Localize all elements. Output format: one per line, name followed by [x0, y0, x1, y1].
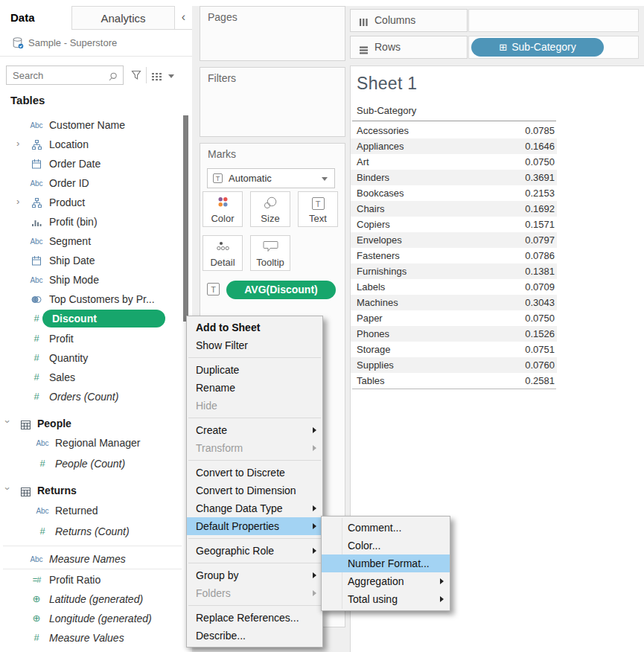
- menu-item-show-filter[interactable]: Show Filter: [187, 336, 322, 354]
- submenu-item-color[interactable]: Color...: [322, 537, 450, 554]
- field-product[interactable]: › Product: [0, 193, 183, 212]
- tab-analytics[interactable]: Analytics: [71, 6, 175, 30]
- row-value[interactable]: 0.2581: [525, 373, 555, 389]
- field-ship-mode[interactable]: Abc Ship Mode: [0, 270, 183, 290]
- field-returned[interactable]: Abc Returned: [0, 501, 183, 520]
- menu-item-add-to-sheet[interactable]: Add to Sheet: [187, 319, 322, 336]
- row-label[interactable]: Envelopes: [357, 232, 402, 248]
- table-row[interactable]: Machines0.3043: [351, 295, 557, 310]
- menu-item-default-properties[interactable]: Default Properties: [187, 517, 322, 535]
- pages-shelf[interactable]: Pages: [200, 6, 345, 61]
- encoding-pill-avg-discount[interactable]: AVG(Discount): [226, 281, 336, 299]
- field-regional-manager[interactable]: Abc Regional Manager: [0, 433, 183, 453]
- submenu-item-total-using[interactable]: Total using: [322, 590, 450, 608]
- collapse-pane-button[interactable]: ‹: [175, 6, 192, 30]
- row-label[interactable]: Copiers: [357, 217, 390, 232]
- data-pane-scrollbar[interactable]: [183, 115, 188, 322]
- row-label[interactable]: Binders: [357, 170, 389, 185]
- menu-item-replace-references[interactable]: Replace References...: [187, 609, 322, 627]
- menu-item-change-data-type[interactable]: Change Data Type: [187, 499, 322, 517]
- row-value[interactable]: 0.0786: [525, 248, 555, 263]
- field-profit-ratio[interactable]: =# Profit Ratio: [0, 570, 183, 589]
- table-group-returns[interactable]: › Returns: [0, 481, 183, 500]
- column-header-sub-category[interactable]: Sub-Category: [357, 105, 416, 116]
- row-label[interactable]: Phones: [357, 326, 389, 342]
- row-value[interactable]: 0.1571: [525, 217, 555, 232]
- row-value[interactable]: 0.1692: [525, 201, 555, 217]
- table-row[interactable]: Tables0.2581: [351, 373, 557, 389]
- field-sales[interactable]: # Sales: [0, 368, 183, 387]
- field-longitude-generated[interactable]: ⊕ Longitude (generated): [0, 609, 183, 628]
- field-location[interactable]: › Location: [0, 135, 183, 154]
- field-order-date[interactable]: Order Date: [0, 154, 183, 173]
- menu-item-describe[interactable]: Describe...: [187, 627, 322, 645]
- table-row[interactable]: Labels0.0709: [351, 279, 557, 295]
- rows-shelf[interactable]: Rows: [350, 36, 468, 59]
- row-label[interactable]: Accessories: [357, 123, 409, 138]
- row-label[interactable]: Supplies: [357, 357, 394, 373]
- table-group-people[interactable]: › People: [0, 414, 183, 433]
- table-row[interactable]: Bookcases0.2153: [351, 185, 557, 201]
- search-input[interactable]: [6, 65, 124, 85]
- table-row[interactable]: Paper0.0750: [351, 310, 557, 326]
- field-customer-name[interactable]: Abc Customer Name: [0, 115, 183, 135]
- row-value[interactable]: 0.3043: [525, 295, 555, 310]
- table-row[interactable]: Supplies0.0760: [351, 357, 557, 373]
- columns-shelf[interactable]: Columns: [350, 9, 468, 32]
- field-top-customers-set[interactable]: Top Customers by Pr...: [0, 290, 183, 309]
- chevron-down-icon[interactable]: ›: [2, 487, 13, 490]
- view-options-icon[interactable]: [152, 71, 162, 84]
- row-value[interactable]: 0.1646: [525, 138, 555, 154]
- color-button[interactable]: Color: [203, 191, 243, 227]
- row-label[interactable]: Machines: [357, 295, 398, 310]
- text-button[interactable]: T Text: [298, 191, 338, 227]
- menu-item-create[interactable]: Create: [187, 421, 322, 439]
- chevron-right-icon[interactable]: ›: [16, 196, 19, 207]
- row-value[interactable]: 0.0709: [525, 279, 555, 295]
- tooltip-button[interactable]: Tooltip: [250, 235, 290, 271]
- table-row[interactable]: Chairs0.1692: [351, 201, 557, 217]
- submenu-item-number-format[interactable]: Number Format...: [322, 554, 450, 572]
- row-label[interactable]: Labels: [357, 279, 385, 295]
- row-value[interactable]: 0.3691: [525, 170, 555, 185]
- row-value[interactable]: 0.1381: [525, 263, 555, 279]
- row-value[interactable]: 0.0785: [525, 123, 555, 138]
- table-row[interactable]: Appliances0.1646: [351, 138, 557, 154]
- row-label[interactable]: Paper: [357, 310, 383, 326]
- row-value[interactable]: 0.0750: [525, 310, 555, 326]
- size-button[interactable]: Size: [250, 191, 290, 227]
- row-value[interactable]: 0.0797: [525, 232, 555, 248]
- row-label[interactable]: Furnishings: [357, 263, 407, 279]
- row-label[interactable]: Chairs: [357, 201, 385, 217]
- submenu-item-comment[interactable]: Comment...: [322, 519, 450, 537]
- table-row[interactable]: Phones0.1526: [351, 326, 557, 342]
- field-quantity[interactable]: # Quantity: [0, 348, 183, 368]
- columns-shelf-drop-area[interactable]: [468, 9, 639, 32]
- row-label[interactable]: Art: [357, 154, 369, 170]
- detail-button[interactable]: Detail: [203, 235, 243, 271]
- row-value[interactable]: 0.0750: [525, 154, 555, 170]
- table-row[interactable]: Copiers0.1571: [351, 217, 557, 232]
- view-options-caret-icon[interactable]: [168, 74, 174, 78]
- menu-item-rename[interactable]: Rename: [187, 379, 322, 397]
- field-latitude-generated[interactable]: ⊕ Latitude (generated): [0, 589, 183, 609]
- row-label[interactable]: Tables: [357, 373, 385, 389]
- table-row[interactable]: Binders0.3691: [351, 170, 557, 185]
- field-people-count[interactable]: # People (Count): [0, 454, 183, 473]
- selected-field-pill[interactable]: Discount: [42, 310, 165, 327]
- chevron-right-icon[interactable]: ›: [16, 138, 19, 149]
- filters-shelf[interactable]: Filters: [200, 67, 345, 137]
- tab-data[interactable]: Data: [0, 6, 71, 30]
- row-label[interactable]: Fasteners: [357, 248, 400, 263]
- field-segment[interactable]: Abc Segment: [0, 231, 183, 251]
- field-returns-count[interactable]: # Returns (Count): [0, 522, 183, 541]
- field-order-id[interactable]: Abc Order ID: [0, 173, 183, 193]
- field-measure-values[interactable]: # Measure Values: [0, 628, 183, 648]
- chevron-down-icon[interactable]: ›: [2, 420, 13, 423]
- datasource-row[interactable]: Sample - Superstore: [0, 31, 192, 57]
- plus-box-icon[interactable]: ⊞: [499, 42, 507, 53]
- submenu-item-aggregation[interactable]: Aggregation: [322, 572, 450, 590]
- row-value[interactable]: 0.2153: [525, 185, 555, 201]
- table-row[interactable]: Envelopes0.0797: [351, 232, 557, 248]
- row-value[interactable]: 0.1526: [525, 326, 555, 342]
